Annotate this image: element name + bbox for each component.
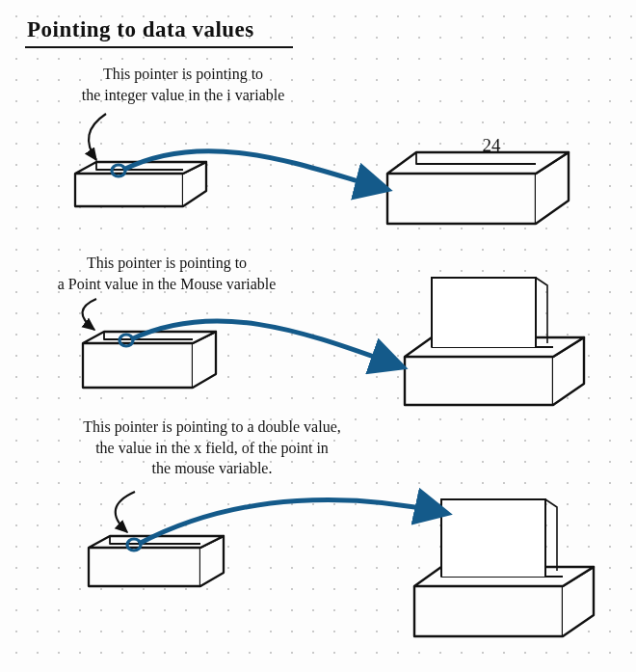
caption-3: This pointer is pointing to a double val… <box>19 417 405 479</box>
p1-indicator-arrow-icon <box>89 114 106 160</box>
p3-bits: 10100101 <box>108 536 158 551</box>
p2-label: point_2d *p2 <box>98 350 204 385</box>
p1-label: int *p1 <box>96 185 202 206</box>
p3-indicator-arrow-icon <box>116 492 135 532</box>
title-underline <box>25 46 293 48</box>
p2-bits: 10100101 <box>98 333 148 347</box>
page-title: Pointing to data values <box>27 17 254 42</box>
mouse-card-x-2: x = 24 <box>459 509 490 526</box>
caption-2: This pointer is pointing to a Point valu… <box>17 253 316 294</box>
caption-1: This pointer is pointing to the integer … <box>29 64 337 105</box>
p2-indicator-arrow-icon <box>82 299 96 330</box>
arrow-p3-to-x-icon <box>139 499 445 544</box>
arrow-p1-to-i-icon <box>123 151 385 189</box>
mouse-card-y-1: y = 73 <box>449 309 481 326</box>
p3-label: double *p3 <box>96 561 212 580</box>
int-i-value: 24 <box>453 133 530 158</box>
mouse-card-y-2: y = 73 <box>459 530 490 548</box>
mouse-box-label-1: point_2d mouse <box>432 364 557 403</box>
diagram-stage: Pointing to data values This pointer is … <box>0 0 636 672</box>
int-i-label: int i <box>424 193 540 215</box>
p1-bits: 10100101 <box>93 163 143 177</box>
mouse-card-x-1: x = 24 <box>449 287 481 305</box>
mouse-box-label-2: point_2d mouse <box>441 595 567 633</box>
